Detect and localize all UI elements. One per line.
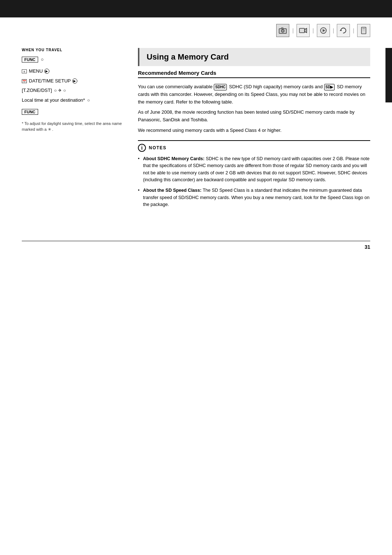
arrow-2: ▶ [72, 78, 77, 84]
step-menu: ≡ MENU ▶ [22, 67, 123, 76]
tzone-text: [T.ZONE/DST] [22, 86, 52, 95]
tzone-icon1: ○ [54, 86, 57, 95]
notes-title: NOTES [149, 145, 167, 150]
footnote-text: * To adjust for daylight saving time, se… [22, 121, 122, 132]
local-arrow: ○ [87, 96, 90, 105]
tzone-icon3: ○ [63, 86, 66, 95]
para-2: As of June 2008, the movie recording fun… [138, 109, 370, 124]
para-1: You can use commercially available SDHC … [138, 83, 370, 106]
page-number: 31 [364, 244, 370, 250]
note-sd-speed: About the SD Speed Class: The SD Speed C… [138, 187, 370, 208]
section-title-box: Using a Memory Card [138, 48, 370, 66]
step-datetime: 📅 DATE/TIME SETUP ▶ [22, 77, 123, 86]
para-3: We recommend using memory cards with a S… [138, 127, 370, 134]
svg-rect-11 [362, 31, 365, 31]
note-sdhc: About SDHC Memory Cards: SDHC is the new… [138, 155, 370, 184]
svg-rect-3 [299, 28, 305, 33]
divider-4: | [353, 28, 354, 33]
svg-rect-9 [362, 28, 365, 29]
step-tzone: [T.ZONE/DST] ○ ✈ ○ [22, 86, 123, 95]
right-column: Using a Memory Card Recommended Memory C… [138, 48, 370, 208]
footnote: * To adjust for daylight saving time, se… [22, 121, 123, 133]
note-2-term: About the SD Speed Class: [143, 188, 201, 193]
travel-steps: ≡ MENU ▶ 📅 DATE/TIME SETUP ▶ [T.ZONE/DST… [22, 67, 123, 105]
func-box-bottom: FUNC [22, 109, 38, 115]
notes-header: i NOTES [138, 144, 370, 152]
icon-bar: | | | | [0, 17, 392, 41]
func-box-top: FUNC [22, 57, 38, 62]
page-footer: 31 [22, 241, 370, 250]
card-icon [357, 24, 370, 37]
top-bar [0, 0, 392, 17]
note-1-term: About SDHC Memory Cards: [143, 156, 204, 161]
video-icon [297, 24, 310, 37]
svg-marker-4 [305, 28, 307, 33]
body-text-block: You can use commercially available SDHC … [138, 83, 370, 134]
svg-rect-2 [281, 28, 283, 29]
datetime-icon: 📅 DATE/TIME SETUP [22, 77, 71, 86]
right-accent-bar [385, 48, 392, 102]
notes-box: i NOTES About SDHC Memory Cards: SDHC is… [138, 140, 370, 208]
local-time-text: Local time at your destination* [22, 96, 85, 105]
divider-3: | [333, 28, 334, 33]
menu-bracket-icon: ≡ MENU [22, 67, 43, 76]
tzone-icon2: ✈ [58, 86, 62, 95]
sdhc-logo: SDHC [214, 84, 227, 90]
arrow-circle-1: ○ [41, 57, 44, 62]
divider-1: | [292, 28, 294, 33]
rotate-icon [337, 24, 350, 37]
arrow-1: ▶ [44, 69, 49, 74]
play-icon [317, 24, 330, 37]
section-when-you-travel: When You Travel [22, 48, 123, 52]
page-title: Using a Memory Card [147, 52, 363, 62]
notes-list: About SDHC Memory Cards: SDHC is the new… [138, 155, 370, 208]
notes-icon: i [138, 144, 146, 152]
subsection-heading: Recommended Memory Cards [138, 70, 370, 78]
sd-logo: SD▶ [324, 84, 335, 90]
left-column: When You Travel FUNC ○ ≡ MENU ▶ 📅 DATE/T… [22, 48, 123, 212]
main-content: When You Travel FUNC ○ ≡ MENU ▶ 📅 DATE/T… [0, 41, 392, 226]
camera-icon [276, 24, 289, 37]
step-local: Local time at your destination* ○ [22, 96, 123, 105]
svg-rect-10 [362, 29, 365, 30]
svg-point-1 [281, 29, 284, 32]
svg-marker-7 [340, 29, 342, 31]
divider-2: | [313, 28, 314, 33]
